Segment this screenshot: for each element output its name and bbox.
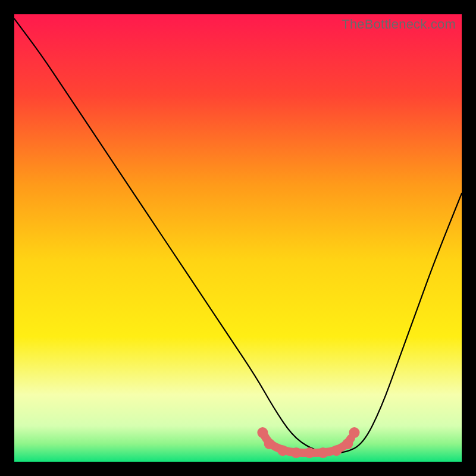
gradient-background — [14, 14, 462, 462]
optimal-marker-dot — [291, 447, 302, 458]
plot-area: TheBottleneck.com — [14, 14, 462, 462]
optimal-marker-dot — [304, 447, 315, 458]
chart-frame: TheBottleneck.com — [0, 0, 476, 476]
optimal-marker-dot — [264, 439, 275, 449]
chart-svg — [14, 14, 462, 462]
optimal-marker-dot — [349, 427, 360, 438]
optimal-marker-dot — [277, 445, 288, 456]
optimal-marker-dot — [257, 427, 268, 438]
optimal-marker-dot — [318, 447, 328, 458]
watermark: TheBottleneck.com — [342, 17, 456, 32]
optimal-marker-dot — [331, 445, 342, 456]
optimal-marker-dot — [342, 439, 353, 449]
